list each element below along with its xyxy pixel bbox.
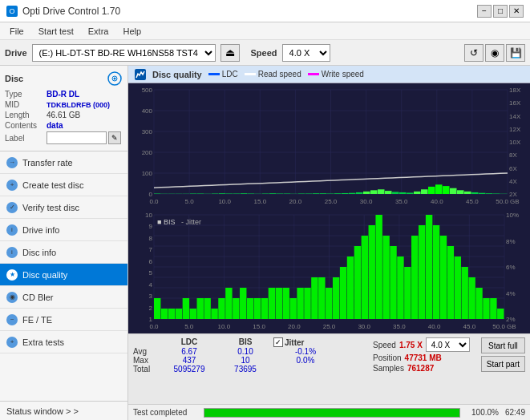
jitter-header: Jitter	[285, 338, 304, 347]
menu-starttest[interactable]: Start test	[32, 25, 80, 38]
menu-extra[interactable]: Extra	[82, 25, 115, 38]
speed-stat-label: Speed	[373, 341, 396, 349]
speed-select[interactable]: 4.0 X	[282, 44, 330, 62]
nav-label-verify: Verify test disc	[22, 203, 79, 212]
start-part-button[interactable]: Start part	[481, 356, 525, 372]
progress-percent: 100.0%	[467, 408, 499, 417]
action-buttons: Start full Start part	[481, 337, 525, 372]
nav-extra-tests[interactable]: + Extra tests	[0, 331, 127, 353]
progress-bar	[204, 408, 460, 418]
disc-panel: Disc Type BD-R DL MID TDKBLDRFB (000) L	[0, 66, 127, 151]
avg-row: Avg 6.67 0.10 -0.1%	[133, 347, 360, 356]
samples-label: Samples	[373, 364, 404, 373]
avg-ldc: 6.67	[161, 347, 217, 356]
nav-label-create: Create test disc	[22, 180, 83, 190]
nav-icon-fe-te: ~	[6, 314, 18, 325]
charts-area	[128, 83, 530, 333]
nav-icon-cd-bler: ◉	[6, 292, 18, 303]
position-stat: Position 47731 MB	[373, 353, 470, 362]
toolbar-btn-2[interactable]: ◉	[485, 44, 504, 62]
nav-label-disc-quality: Disc quality	[22, 270, 67, 280]
nav-icon-disc-quality: ★	[6, 269, 18, 281]
nav-disc-quality[interactable]: ★ Disc quality	[0, 264, 127, 286]
disc-panel-icon	[107, 71, 123, 87]
start-full-button[interactable]: Start full	[481, 337, 525, 353]
max-bis: 10	[217, 356, 273, 365]
nav-create-test-disc[interactable]: + Create test disc	[0, 174, 127, 196]
titlebar: O Opti Drive Control 1.70 − □ ✕	[0, 0, 530, 22]
legend-ldc: LDC	[208, 70, 238, 79]
progress-fill	[204, 409, 459, 417]
avg-label: Avg	[133, 347, 161, 356]
nav-label-extra: Extra tests	[22, 337, 64, 347]
speed-stat-value: 1.75 X	[399, 341, 423, 349]
nav-label-disc-info: Disc info	[22, 248, 56, 257]
nav-cd-bler[interactable]: ◉ CD Bler	[0, 286, 127, 309]
mid-label: MID	[5, 100, 47, 109]
speed-label: Speed	[251, 48, 277, 58]
progress-time: 62:49	[505, 408, 525, 417]
legend-read-label: Read speed	[258, 70, 301, 79]
status-window-label: Status window > >	[6, 406, 79, 416]
close-button[interactable]: ✕	[509, 5, 524, 18]
stats-speed-select[interactable]: 4.0 X	[426, 337, 470, 352]
nav-icon-drive: i	[6, 224, 18, 236]
drive-select[interactable]: (E:) HL-DT-ST BD-RE WH16NS58 TST4	[32, 44, 216, 62]
minimize-button[interactable]: −	[477, 5, 492, 18]
type-value: BD-R DL	[47, 90, 79, 99]
main-layout: Disc Type BD-R DL MID TDKBLDRFB (000) L	[0, 66, 530, 420]
window-controls: − □ ✕	[477, 5, 524, 18]
jitter-checkbox[interactable]: ✓	[273, 337, 283, 347]
contents-value: data	[47, 121, 63, 130]
total-bis: 73695	[217, 365, 273, 374]
samples-value: 761287	[407, 364, 434, 373]
progress-label: Test completed	[133, 408, 197, 417]
nav-verify-test-disc[interactable]: ✓ Verify test disc	[0, 196, 127, 219]
menu-file[interactable]: File	[3, 25, 30, 38]
max-label: Max	[133, 356, 161, 365]
bis-header: BIS	[217, 337, 273, 347]
nav-fe-te[interactable]: ~ FE / TE	[0, 309, 127, 331]
disc-panel-title: Disc	[5, 74, 23, 83]
label-edit-button[interactable]: ✎	[108, 131, 121, 144]
speed-stat: Speed 1.75 X 4.0 X	[373, 337, 470, 352]
nav-disc-info[interactable]: i Disc info	[0, 241, 127, 264]
toolbar-icons: ↺ ◉ 💾	[464, 44, 525, 62]
position-label: Position	[373, 353, 402, 362]
avg-bis: 0.10	[217, 347, 273, 356]
ldc-header: LDC	[161, 337, 217, 347]
total-row: Total 5095279 73695	[133, 365, 360, 374]
drive-label: Drive	[5, 48, 27, 58]
nav-drive-info[interactable]: i Drive info	[0, 219, 127, 241]
jitter-header-wrap: ✓ Jitter	[273, 337, 338, 347]
menubar: File Start test Extra Help	[0, 22, 530, 40]
avg-jitter: -0.1%	[273, 347, 338, 356]
status-window-button[interactable]: Status window > >	[0, 401, 127, 420]
label-input[interactable]	[47, 131, 107, 144]
legend-write-speed: Write speed	[308, 70, 364, 79]
nav-label-transfer: Transfer rate	[22, 158, 73, 168]
menu-help[interactable]: Help	[116, 25, 148, 38]
right-stats: Speed 1.75 X 4.0 X Position 47731 MB Sam…	[373, 337, 470, 373]
nav-icon-verify: ✓	[6, 202, 18, 213]
eject-button[interactable]: ⏏	[220, 44, 240, 62]
app-icon: O	[6, 6, 18, 17]
legend-ldc-label: LDC	[222, 70, 238, 79]
drivebar: Drive (E:) HL-DT-ST BD-RE WH16NS58 TST4 …	[0, 40, 530, 66]
toolbar-btn-3[interactable]: 💾	[506, 44, 525, 62]
top-chart-canvas	[128, 83, 530, 208]
nav-icon-create: +	[6, 180, 18, 191]
stats-table: LDC BIS ✓ Jitter Avg 6.67 0.10 -0.1%	[133, 337, 360, 374]
toolbar-btn-1[interactable]: ↺	[464, 44, 483, 62]
position-value: 47731 MB	[405, 353, 442, 362]
length-value: 46.61 GB	[47, 111, 80, 119]
maximize-button[interactable]: □	[493, 5, 508, 18]
label-label: Label	[5, 134, 47, 143]
max-jitter: 0.0%	[273, 356, 338, 365]
legend-write-color	[308, 73, 319, 75]
stats-area: LDC BIS ✓ Jitter Avg 6.67 0.10 -0.1%	[128, 333, 530, 404]
svg-point-2	[114, 78, 116, 80]
disc-quality-header: Disc quality LDC Read speed Write speed	[128, 66, 530, 83]
total-ldc: 5095279	[161, 365, 217, 374]
nav-transfer-rate[interactable]: → Transfer rate	[0, 151, 127, 174]
